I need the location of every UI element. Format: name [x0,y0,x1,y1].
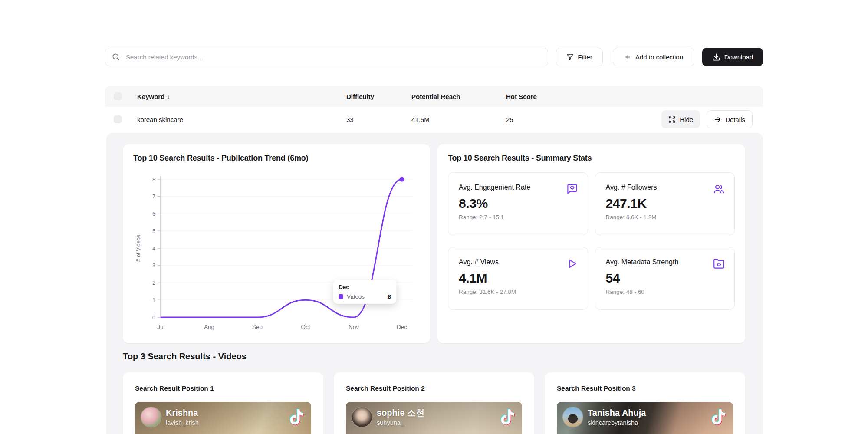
video-card-1: Search Result Position 1 Krishna lavish_… [123,372,323,434]
video-creator-bar: Krishna lavish_krish [135,402,311,432]
stat-label: Avg. Engagement Rate [459,184,577,191]
keyword-header-label: Keyword [137,93,164,100]
svg-text:6: 6 [152,211,155,217]
add-to-collection-button[interactable]: Add to collection [613,48,694,66]
creator-handle: skincarebytanisha [588,419,646,426]
select-all-checkbox[interactable] [114,92,122,100]
svg-text:5: 5 [152,228,155,234]
stat-tile-engagement-rate: Avg. Engagement Rate 8.3% Range: 2.7 - 1… [448,172,588,235]
stat-tile-views: Avg. # Views 4.1M Range: 31.6K - 27.8M [448,247,588,310]
filter-button[interactable]: Filter [556,48,603,66]
potential-reach-cell: 41.5M [411,116,506,123]
row-actions: Hide Details [615,110,763,128]
svg-text:Dec: Dec [397,324,407,330]
svg-text:1: 1 [152,297,155,303]
svg-text:Jul: Jul [157,324,164,330]
stat-tile-metadata-strength: Avg. Metadata Strength 54 Range: 48 - 60 [595,247,735,310]
trend-card-title: Top 10 Search Results - Publication Tren… [123,144,430,163]
plus-icon [624,53,631,61]
folder-code-icon [713,258,725,270]
hot-score-cell: 25 [506,116,615,123]
stat-value: 247.1K [606,196,724,211]
videos-section-title: Top 3 Search Results - Videos [123,352,247,362]
filter-label: Filter [578,53,592,61]
video-thumbnail-3[interactable]: Tanisha Ahuja skincarebytanisha [557,402,733,434]
details-button[interactable]: Details [707,110,753,128]
video-card-2: Search Result Position 2 sophie 소현 s0hyu… [334,372,534,434]
svg-text:2: 2 [152,280,155,286]
video-creator-bar: Tanisha Ahuja skincarebytanisha [557,402,733,432]
keyword-research-page: Filter Add to collection Download Keywor… [0,0,868,434]
video-thumbnail-2[interactable]: sophie 소현 s0hyuna_ [346,402,522,434]
column-header-keyword[interactable]: Keyword ↓ [137,93,346,100]
stat-tiles: Avg. Engagement Rate 8.3% Range: 2.7 - 1… [448,172,735,310]
keyword-cell: korean skincare [137,116,346,123]
svg-text:0: 0 [152,315,155,321]
svg-text:Sep: Sep [252,324,263,330]
tiktok-icon [500,409,516,425]
creator-name: Krishna [166,408,199,418]
stat-label: Avg. # Followers [606,184,724,191]
tiktok-icon [289,409,305,425]
add-to-collection-label: Add to collection [635,53,683,61]
download-label: Download [724,53,753,61]
stats-card-title: Top 10 Search Results - Summary Stats [437,144,745,163]
sort-desc-icon: ↓ [167,93,170,100]
chart-tooltip: Dec Videos 8 [333,280,396,304]
table-row: korean skincare 33 41.5M 25 Hide Details [105,107,763,132]
line-chart: 012345678JulAugSepOctNovDec# of Videos [133,166,420,340]
svg-text:4: 4 [152,246,155,252]
publication-trend-chart: 012345678JulAugSepOctNovDec# of Videos D… [133,166,420,340]
creator-avatar [141,407,161,427]
tooltip-month: Dec [339,284,391,290]
expand-icon [668,116,676,123]
search-icon [112,53,120,61]
stat-label: Avg. Metadata Strength [606,258,724,266]
stat-label: Avg. # Views [459,258,577,266]
column-header-hot-score[interactable]: Hot Score [506,93,615,100]
creator-name: sophie 소현 [377,408,424,418]
tiktok-icon [710,409,727,425]
creator-handle: lavish_krish [166,419,199,426]
position-label: Search Result Position 1 [135,385,311,392]
stat-range: Range: 6.6K - 1.2M [606,214,724,220]
column-header-difficulty[interactable]: Difficulty [346,93,411,100]
toolbar-divider [608,51,608,63]
position-label: Search Result Position 2 [346,385,522,392]
details-label: Details [725,116,745,123]
play-icon [566,258,578,270]
svg-text:# of Videos: # of Videos [135,235,141,262]
arrow-right-icon [714,116,721,123]
svg-text:3: 3 [152,263,155,269]
table-header-row: Keyword ↓ Difficulty Potential Reach Hot… [105,86,763,107]
message-heart-icon [566,183,578,195]
row-checkbox[interactable] [114,115,122,123]
creator-handle: s0hyuna_ [377,419,424,426]
position-label: Search Result Position 3 [557,385,733,392]
video-creator-bar: sophie 소현 s0hyuna_ [346,402,522,432]
difficulty-cell: 33 [346,116,411,123]
keywords-table: Keyword ↓ Difficulty Potential Reach Hot… [105,86,763,132]
video-thumbnail-1[interactable]: Krishna lavish_krish [135,402,311,434]
search-input[interactable] [105,48,548,66]
svg-text:7: 7 [152,194,155,200]
creator-name: Tanisha Ahuja [588,408,646,418]
hide-label: Hide [680,116,693,123]
tooltip-series-label: Videos [347,293,365,300]
stat-value: 4.1M [459,271,577,286]
stat-value: 54 [606,271,724,286]
stat-range: Range: 48 - 60 [606,289,724,295]
search-box [105,48,548,66]
download-icon [712,53,720,61]
summary-stats-card: Top 10 Search Results - Summary Stats Av… [437,144,745,343]
hide-button[interactable]: Hide [661,110,700,128]
tooltip-series-swatch [339,294,343,299]
creator-avatar [563,407,583,427]
download-button[interactable]: Download [702,48,763,66]
stat-value: 8.3% [459,196,577,211]
svg-text:8: 8 [152,177,155,183]
stat-tile-followers: Avg. # Followers 247.1K Range: 6.6K - 1.… [595,172,735,235]
creator-avatar [352,407,372,427]
filter-icon [566,53,574,61]
column-header-potential-reach[interactable]: Potential Reach [411,93,506,100]
